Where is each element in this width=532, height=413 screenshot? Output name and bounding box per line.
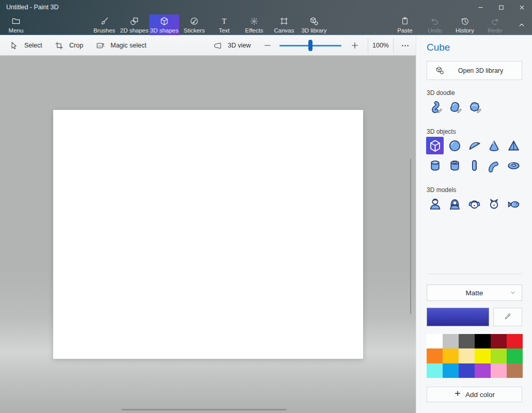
toolbar: Select Crop Magic select 3D view 100% (0, 35, 416, 56)
palette-color-74f4ed[interactable] (427, 363, 443, 378)
doodle-soft-edge-doodle[interactable] (426, 99, 444, 116)
add-color-button[interactable]: Add color (427, 387, 522, 402)
current-color-swatch[interactable] (427, 308, 489, 326)
drawing-canvas[interactable] (53, 110, 363, 359)
horizontal-scrollbar[interactable] (121, 409, 287, 410)
vertical-scrollbar[interactable] (410, 158, 411, 314)
3d-doodle-label: 3D doodle (427, 89, 455, 97)
add-color-label: Add color (465, 391, 495, 399)
model-woman[interactable] (446, 195, 463, 213)
magic-select-icon (96, 41, 105, 51)
tab-stickers[interactable]: Stickers (179, 14, 209, 35)
doodle-smooth-blob-doodle[interactable] (446, 99, 463, 116)
model-dog[interactable] (465, 195, 483, 213)
object-tube[interactable] (446, 156, 463, 174)
ribbon-actions: PasteUndoHistoryRedo (390, 14, 510, 35)
palette-color-3c43cb[interactable] (459, 363, 475, 378)
crop-label: Crop (69, 42, 83, 49)
zoom-slider-thumb[interactable] (308, 40, 312, 51)
palette-color-ea1b24[interactable] (507, 334, 523, 348)
history-button[interactable]: History (450, 14, 480, 35)
palette-color-f7ef00[interactable] (475, 348, 491, 363)
palette-color-fcc10e[interactable] (443, 348, 459, 363)
3d-doodle-grid (426, 99, 485, 118)
3d-view-label: 3D view (228, 42, 251, 49)
palette-color-880b1e[interactable] (491, 334, 507, 348)
object-cylinder[interactable] (426, 156, 444, 174)
undo-button: Undo (420, 14, 450, 35)
object-pyramid[interactable] (505, 137, 522, 154)
tab-text[interactable]: TText (209, 14, 239, 35)
tab-3d-library[interactable]: 3D library (299, 14, 329, 35)
more-options-button[interactable] (396, 39, 414, 52)
zoom-slider[interactable] (279, 35, 341, 56)
eyedropper-button[interactable] (493, 308, 522, 326)
doodle-sharp-blob-doodle[interactable] (465, 99, 483, 116)
3d-objects-label: 3D objects (427, 128, 456, 135)
open-3d-library-button[interactable]: Open 3D library (427, 61, 522, 80)
3d-view-toggle[interactable]: 3D view (213, 35, 251, 56)
toolbar-divider (393, 38, 394, 53)
palette-color-fbe8a6[interactable] (459, 348, 475, 363)
palette-color-ffabce[interactable] (491, 363, 507, 378)
model-man[interactable] (426, 195, 444, 213)
object-curved-pipe[interactable] (485, 156, 503, 174)
tab-effects[interactable]: Effects (239, 14, 269, 35)
crop-tool[interactable]: Crop (54, 35, 83, 56)
cube-icon (159, 16, 169, 26)
3d-objects-grid (426, 137, 524, 176)
workspace (0, 56, 416, 413)
palette-color-0ea2e8[interactable] (443, 363, 459, 378)
model-cat[interactable] (485, 195, 503, 213)
effects-icon (249, 16, 259, 26)
select-tool[interactable]: Select (9, 35, 42, 56)
crop-icon (54, 41, 64, 51)
eyedropper-icon (504, 312, 512, 323)
open-3d-library-label: Open 3D library (445, 67, 517, 74)
palette-color-f8821f[interactable] (427, 348, 443, 363)
model-fish[interactable] (505, 195, 522, 213)
tab-2d-shapes[interactable]: 2D shapes (119, 14, 149, 35)
minimize-button[interactable] (470, 0, 491, 14)
tab-3d-shapes[interactable]: 3D shapes (149, 14, 179, 35)
object-cone[interactable] (485, 137, 503, 154)
tab-brushes[interactable]: Brushes (89, 14, 119, 35)
zoom-in-button[interactable] (349, 39, 361, 52)
side-panel: Cube Open 3D library 3D doodle 3D object… (416, 35, 532, 413)
object-sphere[interactable] (446, 137, 463, 154)
toolbar-divider (368, 38, 368, 53)
maximize-button[interactable] (491, 0, 511, 14)
undo-icon (430, 16, 440, 26)
3d-models-grid (426, 195, 524, 215)
palette-color-21c048[interactable] (507, 348, 523, 363)
object-doughnut[interactable] (505, 156, 522, 174)
text-icon: T (219, 16, 229, 26)
menu-button[interactable]: Menu (4, 14, 28, 35)
object-hemisphere[interactable] (465, 137, 483, 154)
palette-color-ffffff[interactable] (427, 334, 443, 348)
library-3d-icon (309, 16, 319, 26)
shapes-2d-icon (129, 16, 139, 26)
close-button[interactable] (511, 0, 532, 14)
minus-icon (263, 41, 272, 50)
select-arrow-icon (9, 41, 19, 51)
chevron-down-icon (509, 289, 517, 299)
object-cube[interactable] (426, 137, 444, 154)
palette-color-c3c3c3[interactable] (443, 334, 459, 348)
paste-icon (400, 16, 410, 26)
palette-color-a845d4[interactable] (475, 363, 491, 378)
tab-canvas[interactable]: Canvas (269, 14, 299, 35)
palette-color-a8e220[interactable] (491, 348, 507, 363)
paste-button[interactable]: Paste (390, 14, 420, 35)
collapse-ribbon-button[interactable] (514, 14, 529, 35)
palette-color-585858[interactable] (459, 334, 475, 348)
magic-select-tool[interactable]: Magic select (96, 35, 146, 56)
palette-color-000000[interactable] (475, 334, 491, 348)
object-capsule[interactable] (465, 156, 483, 174)
sticker-icon (189, 16, 199, 26)
zoom-out-button[interactable] (261, 39, 274, 52)
palette-color-b57a55[interactable] (507, 363, 523, 378)
finish-dropdown[interactable]: Matte (427, 284, 522, 301)
zoom-level[interactable]: 100% (369, 35, 393, 56)
redo-icon (490, 16, 500, 26)
